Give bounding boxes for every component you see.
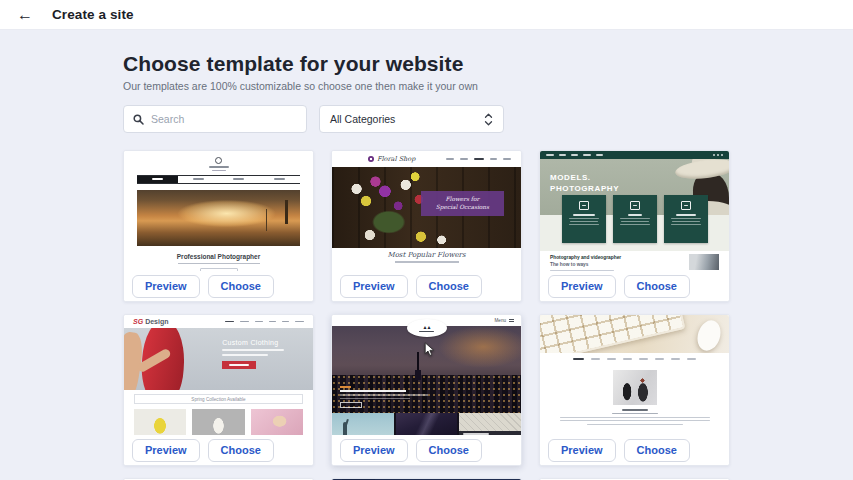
content-photo-office-people <box>613 370 657 405</box>
nav-item-active <box>573 358 584 360</box>
thumb-logo: Floral Shop <box>368 155 415 163</box>
hero-title: Custom Clothing <box>222 339 284 346</box>
choose-button[interactable]: Choose <box>624 439 690 462</box>
template-thumbnail-models-photography[interactable]: MODELS. PHOTOGRAPHY Photography and vide… <box>540 151 729 271</box>
category-select[interactable]: All Categories <box>319 105 504 133</box>
template-card-photographer: Professional Photographer Preview Choose <box>123 150 314 302</box>
template-thumbnail-city-blog[interactable]: Menu ▲▲ <box>332 315 521 435</box>
text-line <box>222 349 284 351</box>
nav-item <box>446 158 454 160</box>
text-line <box>395 261 459 263</box>
feature-tile <box>562 195 606 243</box>
template-card-city-blog: Menu ▲▲ <box>331 314 522 466</box>
nav-item <box>259 176 300 183</box>
overlay-text-line1: Flowers for <box>446 196 480 203</box>
template-thumbnail-photographer[interactable]: Professional Photographer <box>124 151 313 271</box>
preview-button[interactable]: Preview <box>340 439 408 462</box>
nav-item <box>255 321 263 323</box>
gallery-icon <box>630 201 640 210</box>
card-actions: Preview Choose <box>332 435 521 465</box>
product-item <box>192 409 244 435</box>
section-photo <box>689 254 719 270</box>
text-line <box>672 221 700 222</box>
nav-item <box>607 358 616 360</box>
card-actions: Preview Choose <box>124 271 313 301</box>
template-thumbnail-sg-design[interactable]: SG Design <box>124 315 313 435</box>
product-item <box>251 409 303 435</box>
nav-item <box>282 321 289 323</box>
hero-photo-tulip-bouquet: Flowers for Special Occasions <box>332 167 521 248</box>
text-line <box>621 221 649 222</box>
nav-item <box>623 358 632 360</box>
post-thumbnails-row <box>332 413 521 435</box>
nav-item <box>583 154 591 156</box>
choose-button[interactable]: Choose <box>208 439 274 462</box>
text-line <box>178 263 260 265</box>
post-caption-strip <box>459 431 521 435</box>
page-title: Create a site <box>52 7 134 22</box>
preview-button[interactable]: Preview <box>132 275 200 298</box>
nav-item <box>503 158 511 160</box>
mouse-shape <box>694 317 725 353</box>
card-actions: Preview Choose <box>540 435 729 465</box>
mountains-icon: ▲▲ <box>423 325 431 330</box>
text-line <box>222 354 268 356</box>
read-more-button-shape <box>340 402 362 408</box>
skyscraper-spire-shape <box>417 352 419 376</box>
text-line <box>550 270 614 271</box>
thumb-navbar <box>540 353 729 365</box>
text-line <box>620 224 650 225</box>
card-actions: Preview Choose <box>332 271 521 301</box>
nav-item <box>596 154 603 156</box>
search-box[interactable] <box>123 105 307 133</box>
text-line <box>628 214 642 216</box>
nav-item-active <box>474 158 484 160</box>
nav-item <box>687 358 696 360</box>
thumb-navbar <box>446 158 511 160</box>
nav-item-active <box>137 176 178 183</box>
hero-photo-keyboard-desk <box>540 315 729 353</box>
nav-item <box>460 158 468 160</box>
nav-item <box>269 321 276 323</box>
post-photo-statue-of-liberty <box>332 413 394 435</box>
nav-item <box>655 358 664 360</box>
section-title: Photography and videographer <box>550 254 681 261</box>
template-card-keyboard-minimal: Preview Choose <box>539 314 730 466</box>
post-photo-night-sky <box>396 413 458 435</box>
preview-button[interactable]: Preview <box>132 439 200 462</box>
hero-text-block: Custom Clothing <box>222 339 284 369</box>
product-photo-white-dress <box>192 409 244 435</box>
headline-line <box>340 390 406 393</box>
text-line <box>560 420 710 421</box>
search-input[interactable] <box>151 113 297 125</box>
choose-button[interactable]: Choose <box>416 439 482 462</box>
hero-title: MODELS. PHOTOGRAPHY <box>550 172 619 194</box>
text-line <box>587 424 683 425</box>
preview-button[interactable]: Preview <box>340 275 408 298</box>
text-line <box>620 218 650 219</box>
topbar: ← Create a site <box>0 0 853 30</box>
text-line <box>419 331 434 332</box>
template-card-sg-design: SG Design <box>123 314 314 466</box>
nav-item <box>490 158 497 160</box>
text-line <box>622 409 648 411</box>
choose-button[interactable]: Choose <box>208 275 274 298</box>
hero-cta-button <box>222 361 256 369</box>
choose-button[interactable]: Choose <box>416 275 482 298</box>
template-thumbnail-floral-shop[interactable]: Floral Shop Flowers for Special Occasion… <box>332 151 521 271</box>
template-thumbnail-keyboard-minimal[interactable] <box>540 315 729 435</box>
choose-button[interactable]: Choose <box>624 275 690 298</box>
thumb-navbar <box>225 321 304 323</box>
thumb-header: Floral Shop <box>332 151 521 167</box>
preview-button[interactable]: Preview <box>548 439 616 462</box>
nav-item <box>571 154 578 156</box>
back-button[interactable]: ← <box>13 5 37 25</box>
thumb-logo <box>124 151 313 171</box>
nav-item <box>639 358 648 360</box>
mouse-cursor-icon <box>424 342 435 357</box>
post-photo-sketch <box>459 413 521 435</box>
preview-button[interactable]: Preview <box>548 275 616 298</box>
nav-item <box>178 176 219 183</box>
feature-tile <box>664 195 708 243</box>
text-line <box>569 224 599 225</box>
